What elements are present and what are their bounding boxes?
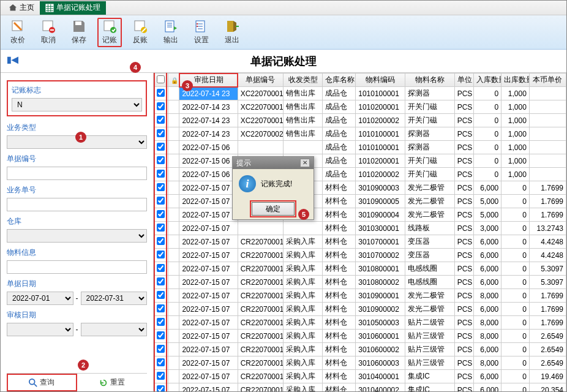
row-checkbox[interactable] (157, 358, 165, 366)
header-trxtype[interactable]: 收发类型 (284, 74, 323, 87)
table-row[interactable]: 2022-07-15 07CR22070001采购入库材料仓3010800002… (154, 276, 566, 289)
row-checkbox-cell[interactable] (154, 289, 168, 303)
row-checkbox[interactable] (157, 331, 165, 339)
row-checkbox-cell[interactable] (154, 168, 168, 181)
table-row[interactable]: 2022-07-15 06成品仓1010100001探测器PCS01,000 (154, 141, 566, 154)
row-checkbox[interactable] (157, 291, 165, 299)
nav-first-button[interactable]: ▮◀ (7, 55, 18, 65)
table-row[interactable]: 2022-07-14 23XC22070001销售出库成品仓1010100001… (154, 87, 566, 100)
table-row[interactable]: 2022-07-15 07CR22070001采购入库材料仓3010700002… (154, 249, 566, 262)
toolbar-post-button[interactable]: 记账 (97, 18, 122, 47)
dialog-close-button[interactable]: ✕ (300, 159, 310, 167)
row-checkbox[interactable] (157, 264, 165, 272)
table-row[interactable]: 2022-07-14 23XC22070002销售出库成品仓1010100001… (154, 127, 566, 141)
row-checkbox[interactable] (157, 116, 165, 124)
row-checkbox-cell[interactable] (154, 195, 168, 208)
toolbar-save-button[interactable]: 保存 (67, 18, 91, 47)
row-checkbox-cell[interactable] (154, 222, 168, 235)
filter-flag-select[interactable]: N (12, 98, 142, 111)
table-row[interactable]: 2022-07-15 07CR22070001采购入库材料仓3010500003… (154, 316, 566, 330)
table-row[interactable]: 2022-07-14 23XC22070001销售出库成品仓1010200001… (154, 100, 566, 114)
filter-auditdate-to[interactable] (81, 323, 148, 336)
table-row[interactable]: 2022-07-15 07CR22070001采购入库材料仓3010900002… (154, 303, 566, 316)
row-checkbox-cell[interactable] (154, 383, 168, 392)
table-row[interactable]: 2022-07-15 07CR22070001采购入库材料仓3010700001… (154, 235, 566, 249)
header-docno[interactable]: 单据编号 (238, 74, 284, 87)
row-checkbox-cell[interactable] (154, 262, 168, 276)
row-checkbox[interactable] (157, 170, 165, 178)
header-whname[interactable]: 仓库名称 (323, 74, 356, 87)
check-all[interactable] (157, 75, 165, 83)
row-checkbox-cell[interactable] (154, 154, 168, 168)
header-price[interactable]: 本币单价 (529, 74, 566, 87)
filter-docdate-from[interactable]: 2022-07-01 (7, 292, 73, 305)
tab-home[interactable]: 主页 (3, 1, 40, 15)
table-row[interactable]: 2022-07-15 07CR22070001采购入库材料仓3010600002… (154, 343, 566, 356)
table-row[interactable]: 2022-07-15 07CR22070001采购入库材料仓3010600001… (154, 330, 566, 343)
row-checkbox-cell[interactable] (154, 303, 168, 316)
row-checkbox[interactable] (157, 304, 165, 312)
row-checkbox-cell[interactable] (154, 114, 168, 127)
row-checkbox-cell[interactable] (154, 316, 168, 330)
table-row[interactable]: 2022-07-15 07CR22070001采购入库材料仓3010400002… (154, 383, 566, 392)
row-checkbox[interactable] (157, 210, 165, 218)
header-matcode[interactable]: 物料编码 (356, 74, 405, 87)
filter-docdate-to[interactable]: 2022-07-31 (81, 292, 148, 305)
row-checkbox-cell[interactable] (154, 87, 168, 100)
toolbar-settings-button[interactable]: 设置 (189, 18, 214, 47)
table-row[interactable]: 2022-07-15 07材料仓3010300001线路板PCS3,000013… (154, 222, 566, 235)
table-row[interactable]: 2022-07-14 23XC22070001销售出库成品仓1010200002… (154, 114, 566, 127)
row-checkbox[interactable] (157, 183, 165, 191)
table-row[interactable]: 2022-07-15 07CR22070001采购入库材料仓3010800001… (154, 262, 566, 276)
table-row[interactable]: 2022-07-15 07CR22070001采购入库材料仓3010400001… (154, 370, 566, 383)
filter-auditdate-from[interactable] (7, 323, 73, 336)
toolbar-cancel-button[interactable]: 取消 (36, 18, 61, 47)
row-checkbox[interactable] (157, 89, 165, 97)
row-checkbox-cell[interactable] (154, 343, 168, 356)
reset-button[interactable]: 重置 (77, 374, 147, 391)
row-checkbox-cell[interactable] (154, 356, 168, 370)
row-checkbox-cell[interactable] (154, 330, 168, 343)
row-checkbox-cell[interactable] (154, 235, 168, 249)
row-checkbox-cell[interactable] (154, 127, 168, 141)
row-checkbox-cell[interactable] (154, 181, 168, 195)
row-checkbox[interactable] (157, 318, 165, 326)
row-checkbox[interactable] (157, 385, 165, 392)
row-checkbox[interactable] (157, 102, 165, 110)
table-row[interactable]: 2022-07-15 07材料仓3010900003发光二极管PCS6,0000… (154, 181, 566, 195)
table-row[interactable]: 2022-07-15 06成品仓1010200002开关门磁PCS01,000 (154, 168, 566, 181)
row-checkbox[interactable] (157, 237, 165, 245)
row-checkbox[interactable] (157, 251, 165, 258)
row-checkbox-cell[interactable] (154, 141, 168, 154)
header-inqty[interactable]: 入库数量 (473, 74, 501, 87)
filter-bizno-input[interactable] (7, 198, 147, 211)
table-row[interactable]: 2022-07-15 07材料仓3010900004发光二极管PCS5,0000… (154, 208, 566, 222)
header-unit[interactable]: 单位 (454, 74, 473, 87)
row-checkbox[interactable] (157, 372, 165, 380)
filter-wh-select[interactable] (7, 229, 147, 243)
row-checkbox-cell[interactable] (154, 208, 168, 222)
row-checkbox-cell[interactable] (154, 249, 168, 262)
header-matname[interactable]: 物料名称 (405, 74, 454, 87)
row-checkbox-cell[interactable] (154, 276, 168, 289)
query-button[interactable]: 查询 (7, 374, 77, 391)
filter-mat-input[interactable] (7, 260, 147, 274)
toolbar-export-button[interactable]: 输出 (159, 18, 183, 47)
dialog-ok-button[interactable]: 确定 (252, 202, 295, 216)
toolbar-unpost-button[interactable]: 反账 (128, 18, 152, 47)
row-checkbox-cell[interactable] (154, 370, 168, 383)
row-checkbox[interactable] (157, 345, 165, 353)
row-checkbox[interactable] (157, 224, 165, 232)
table-row[interactable]: 2022-07-15 07材料仓3010900005发光二极管PCS5,0000… (154, 195, 566, 208)
row-checkbox[interactable] (157, 143, 165, 151)
row-checkbox[interactable] (157, 197, 165, 205)
header-outqty[interactable]: 出库数量 (501, 74, 530, 87)
row-checkbox-cell[interactable] (154, 100, 168, 114)
row-checkbox[interactable] (157, 156, 165, 164)
toolbar-exit-button[interactable]: 退出 (220, 18, 244, 47)
row-checkbox[interactable] (157, 129, 165, 137)
header-check[interactable] (154, 74, 168, 87)
table-row[interactable]: 2022-07-15 06成品仓1010200001开关门磁PCS01,000 (154, 154, 566, 168)
table-row[interactable]: 2022-07-15 07CR22070001采购入库材料仓3010600003… (154, 356, 566, 370)
toolbar-price-button[interactable]: 改价 (6, 18, 30, 47)
